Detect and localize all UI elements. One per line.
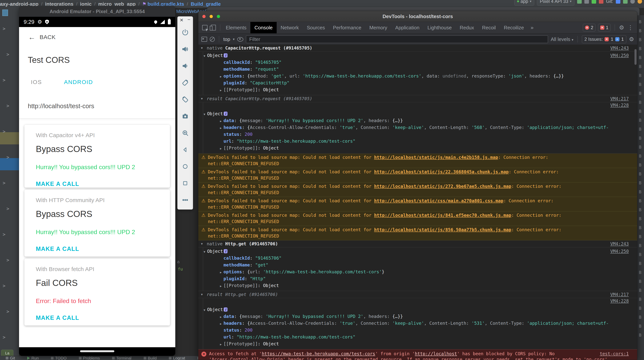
run-icon[interactable] [577,0,582,4]
source-location-link[interactable]: VM4:228 [610,298,629,304]
zoom-button[interactable] [178,124,193,141]
gesture-pill[interactable] [80,350,114,352]
console-errors-badge[interactable]: ✕ 2 [583,24,595,32]
expand-triangle-icon[interactable]: ▶ [218,145,224,152]
context-selector[interactable]: top [223,36,230,42]
statusbar-item-git[interactable]: Git [6,356,15,360]
tree-expand-chevron[interactable]: > [6,258,9,263]
tree-expand-chevron[interactable]: > [6,309,9,314]
tree-expand-chevron[interactable]: > [3,26,5,32]
sync-icon[interactable] [592,0,596,4]
tree-expand-chevron[interactable]: > [6,155,9,160]
source-map-link[interactable]: http://localhost/static/js/main.c4e2b158… [374,155,498,160]
rotate-left-button[interactable] [178,74,193,91]
tree-expand-chevron[interactable]: > [3,78,5,83]
more-tabs-chevron[interactable]: » [528,24,536,31]
statusbar-item-terminal[interactable]: Terminal [112,356,131,360]
error-link[interactable]: http://localhost [415,351,457,356]
source-map-link[interactable]: http://localhost/static/js/22.3668045a.c… [374,169,508,174]
expand-triangle-icon[interactable]: ▶ [218,320,224,327]
issues-badge[interactable]: ✕ 1 [598,24,610,32]
expand-triangle-icon[interactable]: ▼ [202,52,207,59]
inspect-element-icon[interactable] [202,25,208,30]
statusbar-item-run[interactable]: Run [27,356,39,360]
live-expression-eye-icon[interactable] [237,37,243,42]
expand-triangle-icon[interactable]: ▶ [218,73,224,80]
android-home-button[interactable] [178,158,193,175]
settings-gear-icon[interactable]: ⚙ [619,25,624,30]
device-toolbar-icon[interactable] [211,25,216,30]
expand-triangle-icon[interactable]: ▶ [218,314,224,320]
profile-avatar[interactable] [638,0,642,4]
expand-triangle-icon[interactable]: ▶ [218,283,224,289]
expand-triangle-icon[interactable]: ▼ [201,95,203,102]
volume-up-button[interactable] [178,41,193,58]
volume-down-button[interactable] [178,58,193,74]
rotate-right-button[interactable] [178,91,193,108]
tree-expand-chevron[interactable]: > [3,283,5,288]
expand-triangle-icon[interactable]: ▼ [201,44,203,52]
console-settings-gear-icon[interactable]: ⚙ [629,36,634,42]
make-a-call-button[interactable]: MAKE A CALL [36,180,158,188]
expand-triangle-icon[interactable]: ▼ [201,240,203,247]
statusbar-item-logcat[interactable]: Logcat [169,356,185,360]
tab-network[interactable]: Network [277,22,303,33]
tab-recoil[interactable]: Recoil [478,22,500,33]
more-options-button[interactable] [178,192,193,208]
tree-expand-chevron[interactable]: > [6,52,9,57]
tree-expand-chevron[interactable]: > [6,206,9,212]
run-config-selector[interactable]: app ▾ [514,0,534,6]
statusbar-item-todo[interactable]: TODO [51,356,66,360]
source-location-link[interactable]: VM4:217 [610,291,629,298]
issues-counter[interactable]: 2 Issues: ✕ 1 ≡ 1 [582,35,626,43]
power-button[interactable] [178,24,193,41]
expand-triangle-icon[interactable]: ▼ [202,248,207,255]
tab-lighthouse[interactable]: Lighthouse [424,22,456,33]
minimize-icon[interactable]: − [188,17,190,23]
breadcrumb-item[interactable]: Build_gradle [191,1,221,7]
tab-ios[interactable]: IOS [31,79,42,85]
source-map-link[interactable]: http://localhost/static/js/272.9be67ae5.… [374,184,511,189]
tab-application[interactable]: Application [391,22,423,33]
make-a-call-button[interactable]: MAKE A CALL [36,314,158,321]
source-location-link[interactable]: VM4:250 [610,52,629,59]
emulator-titlebar[interactable]: Android Emulator - Pixel_4_API_33:5554 [19,6,175,17]
tree-expand-chevron[interactable]: > [3,232,5,237]
error-link[interactable]: https://mwa-test-be.herokuapp.com/test-c… [262,351,375,356]
kebab-menu-icon[interactable]: ⋮ [627,25,634,30]
tree-expand-chevron[interactable]: > [3,180,5,186]
tab-memory[interactable]: Memory [365,22,391,33]
clear-console-icon[interactable] [210,37,215,42]
tab-recoilize[interactable]: Recoilize [500,22,528,33]
tree-expand-chevron[interactable]: > [3,335,5,340]
screenshot-button[interactable] [178,108,193,124]
source-location-link[interactable]: test-cors:1 [600,351,629,357]
source-location-link[interactable]: VM4:243 [610,240,629,247]
tree-expand-chevron[interactable]: > [3,129,5,134]
expand-triangle-icon[interactable]: ▼ [202,307,207,313]
tree-expand-chevron[interactable]: > [6,103,9,108]
expand-triangle-icon[interactable]: ▼ [202,111,207,117]
console-sidebar-icon[interactable] [202,37,207,42]
back-button[interactable]: ← BACK [28,34,56,41]
expand-triangle-icon[interactable]: ▶ [218,341,224,347]
tab-performance[interactable]: Performance [329,22,366,33]
source-map-link[interactable]: http://localhost/static/js/841.ef5eec70.… [374,213,511,218]
statusbar-item-problems[interactable]: Problems [79,356,100,360]
debug-icon[interactable] [584,0,589,4]
statusbar-item-build[interactable]: Build [144,356,157,360]
filter-input[interactable] [246,36,548,43]
tab-console[interactable]: Console [250,22,276,33]
expand-triangle-icon[interactable]: ▶ [218,118,224,124]
git-push-icon[interactable] [623,0,628,4]
source-location-link[interactable]: VM4:228 [610,103,629,108]
search-icon[interactable] [630,0,635,4]
layout-inspector-button[interactable]: La [1,350,13,356]
source-location-link[interactable]: VM4:217 [610,95,629,102]
device-selector[interactable]: Pixel 4 API 33 ▾ [537,0,574,6]
source-location-link[interactable]: VM4:250 [610,248,629,255]
tab-android[interactable]: ANDROID [64,79,93,85]
expand-triangle-icon[interactable]: ▼ [201,291,203,298]
source-map-link[interactable]: http://localhost/static/css/main.a270a80… [374,198,504,203]
tab-redux[interactable]: Redux [456,22,478,33]
